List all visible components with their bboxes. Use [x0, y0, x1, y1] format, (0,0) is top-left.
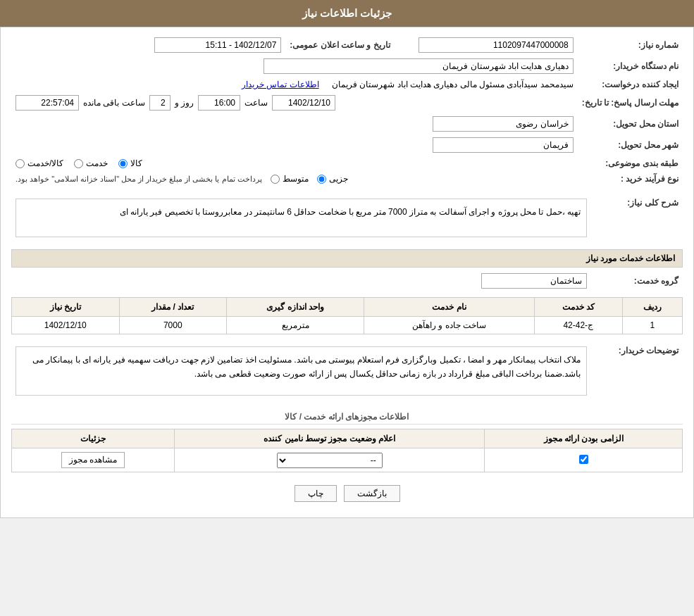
services-table: ردیف کد خدمت نام خدمت واحد اندازه گیری ت… [11, 297, 683, 334]
category-label: طبقه بندی موضوعی: [578, 156, 683, 171]
permit-status-select[interactable]: -- [277, 453, 383, 468]
need-number-label: شماره نیاز: [578, 34, 683, 56]
radio-medium-input[interactable] [271, 175, 280, 184]
radio-goods-service-label: کالا/خدمت [27, 158, 63, 168]
city-label: شهر محل تحویل: [578, 134, 683, 156]
radio-medium[interactable]: متوسط [271, 174, 309, 184]
deadline-label: مهلت ارسال پاسخ: تا تاریخ: [578, 92, 683, 113]
city-input[interactable] [433, 137, 574, 153]
province-label: استان محل تحویل: [578, 113, 683, 134]
radio-partial[interactable]: جزیی [317, 174, 348, 184]
radio-goods[interactable]: کالا [118, 158, 142, 168]
buyer-notes-label: توضیحات خریدار: [591, 340, 683, 402]
print-button[interactable]: چاپ [295, 485, 337, 502]
contact-link[interactable]: اطلاعات تماس خریدار [242, 80, 319, 89]
date-label: تاریخ و ساعت اعلان عمومی: [285, 34, 394, 56]
group-service-label: گروه خدمت: [591, 270, 683, 291]
table-row: 1ج-42-42ساخت جاده و راهآهنمترمربع7000140… [12, 317, 683, 334]
province-input[interactable] [433, 116, 574, 132]
date-input[interactable] [154, 37, 281, 53]
col-permit-details: جزئیات [12, 429, 175, 448]
group-service-input[interactable] [481, 273, 587, 289]
services-section-header: اطلاعات خدمات مورد نیاز [11, 249, 683, 268]
process-partial-label: جزیی [329, 174, 348, 184]
col-permit-required: الزامی بودن ارائه مجوز [485, 429, 683, 448]
radio-goods-service-input[interactable] [16, 159, 25, 168]
radio-goods-input[interactable] [118, 159, 128, 168]
col-code: کد خدمت [534, 298, 622, 317]
radio-service-input[interactable] [74, 159, 83, 168]
col-date: تاریخ نیاز [12, 298, 120, 317]
deadline-days-input[interactable] [149, 95, 171, 111]
description-box: تهیه ،حمل تا محل پروژه و اجرای آسفالت به… [16, 199, 587, 237]
need-number-input[interactable] [419, 37, 574, 53]
permits-table: الزامی بودن ارائه مجوز اعلام وضعیت مجوز … [11, 429, 683, 472]
buyer-org-input[interactable] [264, 58, 574, 74]
creator-label: ایجاد کننده درخواست: [578, 77, 683, 92]
radio-partial-input[interactable] [317, 175, 326, 184]
deadline-time-input[interactable] [198, 95, 240, 111]
deadline-remaining-input[interactable] [16, 95, 79, 111]
back-button[interactable]: بازگشت [344, 485, 400, 502]
page-header: جزئیات اطلاعات نیاز [0, 0, 694, 27]
deadline-remaining-label: ساعت باقی مانده [83, 98, 145, 108]
radio-service[interactable]: خدمت [74, 158, 108, 168]
col-permit-status: اعلام وضعیت مجوز توسط نامین کننده [175, 429, 485, 448]
col-name: نام خدمت [364, 298, 534, 317]
process-medium-label: متوسط [283, 174, 309, 184]
deadline-time-label: ساعت [244, 98, 268, 108]
radio-goods-label: کالا [130, 158, 142, 168]
process-notice: پرداخت تمام یا بخشی از مبلغ خریدار از مح… [16, 175, 262, 184]
col-unit: واحد اندازه گیری [226, 298, 364, 317]
deadline-days-label: روز و [175, 98, 194, 108]
page-title: جزئیات اطلاعات نیاز [302, 7, 392, 19]
permits-section-header: اطلاعات مجوزهای ارائه خدمت / کالا [11, 408, 683, 425]
radio-goods-service[interactable]: کالا/خدمت [16, 158, 63, 168]
table-row: --مشاهده مجوز [12, 448, 683, 472]
description-label: شرح کلی نیاز: [591, 192, 683, 244]
radio-service-label: خدمت [86, 158, 108, 168]
buyer-notes-box: ملاک انتخاب پیمانکار مهر و امضا ، تکمیل … [16, 346, 587, 396]
col-quantity: تعداد / مقدار [119, 298, 226, 317]
deadline-date-input[interactable] [272, 95, 335, 111]
process-label: نوع فرآیند خرید : [578, 171, 683, 187]
view-permit-button[interactable]: مشاهده مجوز [61, 452, 125, 468]
permit-required-checkbox[interactable] [579, 455, 588, 464]
button-row: بازگشت چاپ [11, 477, 683, 510]
buyer-org-label: نام دستگاه خریدار: [578, 56, 683, 77]
col-row: ردیف [622, 298, 682, 317]
creator-value: سیدمحمد سیدآبادی مسئول مالی دهیاری هدایت… [332, 80, 574, 89]
